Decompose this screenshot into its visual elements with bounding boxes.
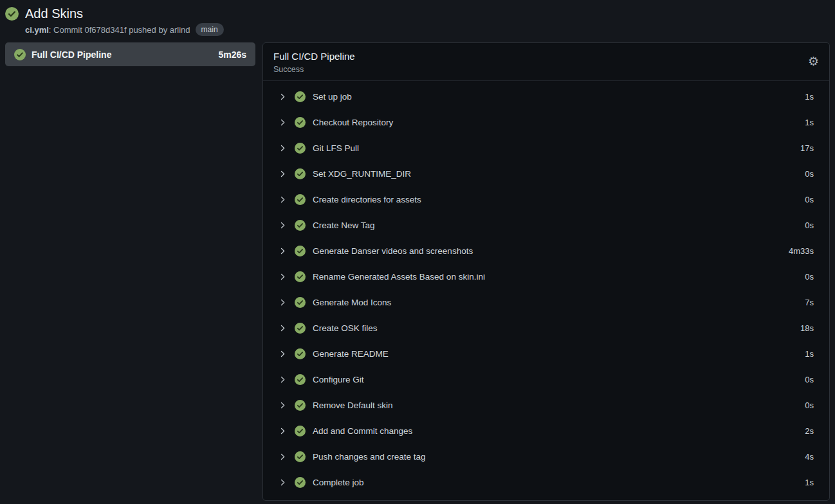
step-label: Generate README bbox=[313, 349, 389, 359]
step-duration: 0s bbox=[805, 401, 814, 410]
step-row[interactable]: Set up job 1s bbox=[279, 84, 814, 109]
step-duration: 0s bbox=[805, 221, 814, 230]
step-success-check-circle-icon bbox=[295, 194, 306, 205]
step-label: Create directories for assets bbox=[313, 195, 421, 204]
chevron-right-icon[interactable] bbox=[279, 453, 287, 461]
chevron-right-icon[interactable] bbox=[279, 375, 287, 384]
step-duration: 1s bbox=[805, 478, 814, 487]
step-duration: 7s bbox=[805, 298, 814, 307]
run-title: Add Skins bbox=[25, 5, 224, 22]
panel-header: Full CI/CD Pipeline Success ⚙ bbox=[263, 43, 829, 81]
step-success-check-circle-icon bbox=[295, 117, 306, 128]
step-success-check-circle-icon bbox=[295, 426, 306, 437]
step-label: Add and Commit changes bbox=[313, 426, 412, 436]
step-duration: 0s bbox=[805, 195, 814, 204]
step-row[interactable]: Generate README 1s bbox=[279, 341, 814, 366]
step-success-check-circle-icon bbox=[295, 348, 306, 359]
chevron-right-icon[interactable] bbox=[279, 93, 287, 101]
panel-job-title: Full CI/CD Pipeline bbox=[273, 50, 355, 63]
chevron-right-icon[interactable] bbox=[279, 427, 287, 435]
chevron-right-icon[interactable] bbox=[279, 298, 287, 307]
step-success-check-circle-icon bbox=[295, 91, 306, 102]
step-label: Git LFS Pull bbox=[313, 143, 359, 153]
job-duration: 5m26s bbox=[218, 50, 246, 60]
step-row[interactable]: Git LFS Pull 17s bbox=[279, 135, 814, 161]
step-label: Configure Git bbox=[313, 375, 364, 384]
chevron-right-icon[interactable] bbox=[279, 170, 287, 178]
gear-icon[interactable]: ⚙ bbox=[808, 54, 819, 68]
step-row[interactable]: Remove Default skin 0s bbox=[279, 392, 814, 418]
step-label: Push changes and create tag bbox=[313, 452, 426, 462]
step-row[interactable]: Add and Commit changes 2s bbox=[279, 418, 814, 444]
workflow-file-name[interactable]: ci.yml bbox=[25, 25, 49, 35]
run-status-check-circle-icon bbox=[5, 7, 19, 21]
job-name: Full CI/CD Pipeline bbox=[32, 50, 111, 60]
step-duration: 0s bbox=[805, 375, 814, 384]
step-success-check-circle-icon bbox=[295, 323, 306, 334]
panel-header-text: Full CI/CD Pipeline Success bbox=[273, 50, 355, 74]
step-row[interactable]: Rename Generated Assets Based on skin.in… bbox=[279, 264, 814, 289]
chevron-right-icon[interactable] bbox=[279, 273, 287, 281]
step-row[interactable]: Create OSK files 18s bbox=[279, 315, 814, 341]
step-success-check-circle-icon bbox=[295, 477, 306, 488]
step-label: Generate Mod Icons bbox=[313, 298, 391, 307]
step-success-check-circle-icon bbox=[295, 271, 306, 282]
step-duration: 1s bbox=[805, 118, 814, 127]
step-label: Remove Default skin bbox=[313, 401, 393, 410]
step-duration: 0s bbox=[805, 272, 814, 282]
chevron-right-icon[interactable] bbox=[279, 350, 287, 358]
run-header-text: Add Skins ci.yml: Commit 0f678d341f push… bbox=[25, 5, 224, 36]
chevron-right-icon[interactable] bbox=[279, 221, 287, 230]
step-label: Set up job bbox=[313, 92, 352, 102]
step-label: Create New Tag bbox=[313, 221, 375, 230]
step-label: Checkout Repository bbox=[313, 118, 393, 127]
step-row[interactable]: Create directories for assets 0s bbox=[279, 186, 814, 212]
chevron-right-icon[interactable] bbox=[279, 195, 287, 204]
step-duration: 18s bbox=[800, 323, 814, 333]
step-row[interactable]: Create New Tag 0s bbox=[279, 212, 814, 238]
chevron-right-icon[interactable] bbox=[279, 401, 287, 410]
step-duration: 4m33s bbox=[789, 246, 814, 256]
run-layout: Full CI/CD Pipeline 5m26s Full CI/CD Pip… bbox=[0, 40, 835, 501]
step-success-check-circle-icon bbox=[295, 246, 306, 256]
panel-job-status: Success bbox=[273, 65, 355, 74]
step-row[interactable]: Generate Danser videos and screenshots 4… bbox=[279, 238, 814, 264]
run-header: Add Skins ci.yml: Commit 0f678d341f push… bbox=[0, 0, 835, 40]
step-success-check-circle-icon bbox=[295, 143, 306, 154]
step-label: Set XDG_RUNTIME_DIR bbox=[313, 169, 411, 179]
job-detail-panel: Full CI/CD Pipeline Success ⚙ Set up job… bbox=[262, 42, 830, 501]
chevron-right-icon[interactable] bbox=[279, 144, 287, 152]
step-duration: 1s bbox=[805, 92, 814, 102]
step-label: Create OSK files bbox=[313, 323, 378, 333]
step-success-check-circle-icon bbox=[295, 400, 306, 411]
jobs-sidebar: Full CI/CD Pipeline 5m26s bbox=[5, 42, 255, 66]
chevron-right-icon[interactable] bbox=[279, 247, 287, 255]
step-success-check-circle-icon bbox=[295, 297, 306, 308]
run-subtitle: ci.yml: Commit 0f678d341f pushed by arli… bbox=[25, 23, 224, 36]
steps-list: Set up job 1s Checkout Repository 1s bbox=[263, 81, 829, 500]
branch-badge[interactable]: main bbox=[196, 23, 224, 36]
chevron-right-icon[interactable] bbox=[279, 118, 287, 127]
step-label: Complete job bbox=[313, 478, 364, 487]
sidebar-job-full-cicd-pipeline[interactable]: Full CI/CD Pipeline 5m26s bbox=[5, 42, 255, 66]
chevron-right-icon[interactable] bbox=[279, 478, 287, 487]
step-label: Generate Danser videos and screenshots bbox=[313, 246, 473, 256]
step-duration: 2s bbox=[805, 426, 814, 436]
step-success-check-circle-icon bbox=[295, 168, 306, 179]
step-row[interactable]: Complete job 1s bbox=[279, 469, 814, 495]
step-duration: 4s bbox=[805, 452, 814, 462]
step-row[interactable]: Generate Mod Icons 7s bbox=[279, 289, 814, 315]
step-success-check-circle-icon bbox=[295, 374, 306, 385]
step-label: Rename Generated Assets Based on skin.in… bbox=[313, 272, 485, 282]
chevron-right-icon[interactable] bbox=[279, 324, 287, 332]
commit-info: : Commit 0f678d341f pushed by arlind bbox=[49, 25, 190, 35]
step-duration: 0s bbox=[805, 169, 814, 179]
job-status-check-circle-icon bbox=[14, 49, 26, 60]
step-row[interactable]: Set XDG_RUNTIME_DIR 0s bbox=[279, 161, 814, 186]
step-row[interactable]: Configure Git 0s bbox=[279, 366, 814, 392]
step-success-check-circle-icon bbox=[295, 451, 306, 462]
step-row[interactable]: Checkout Repository 1s bbox=[279, 109, 814, 135]
step-row[interactable]: Push changes and create tag 4s bbox=[279, 444, 814, 469]
step-duration: 17s bbox=[800, 143, 814, 153]
step-success-check-circle-icon bbox=[295, 220, 306, 231]
